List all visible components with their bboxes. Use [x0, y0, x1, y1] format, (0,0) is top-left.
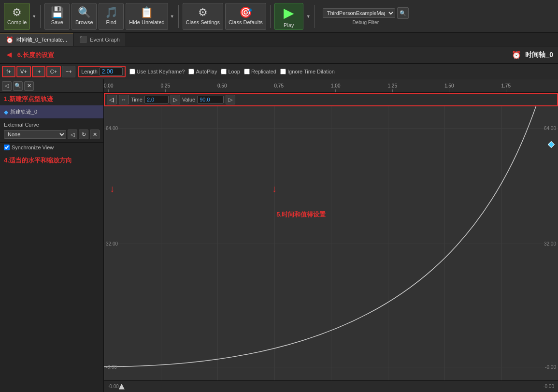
autoplay-group: AutoPlay: [188, 69, 217, 74]
toolbar-sep-4: [315, 5, 315, 28]
track-back-btn[interactable]: ◁: [2, 81, 12, 91]
add-event-btn[interactable]: !+: [32, 66, 45, 77]
sequencer-panel: ◄ 6.长度的设置 ⏰ 时间轴_0 f+ V+ !+ C+ ~+ Length …: [0, 46, 558, 392]
ext-curve-back-btn[interactable]: ◁: [68, 130, 77, 139]
tab-event-graph[interactable]: ⬛ Event Graph: [73, 33, 126, 46]
play-dropdown-icon[interactable]: ▼: [306, 14, 311, 19]
ruler-label-0: 0.00: [104, 83, 113, 88]
kf-pan-btn[interactable]: ↔: [119, 95, 129, 104]
add-float-btn[interactable]: f+: [2, 66, 15, 77]
find-label: Find: [106, 19, 116, 25]
y-label-0-left: -0.00: [106, 364, 117, 369]
scrubber-marker[interactable]: [119, 384, 125, 390]
ruler-label-5: 1.25: [388, 83, 397, 88]
sync-view-checkbox[interactable]: [4, 145, 10, 150]
hide-unrelated-dropdown-icon[interactable]: ▼: [170, 14, 174, 19]
y-label-32-right: 32.00: [544, 241, 556, 246]
debug-search-button[interactable]: 🔍: [397, 7, 409, 19]
save-button[interactable]: 💾 Save: [44, 3, 70, 30]
play-label: Play: [284, 22, 294, 28]
ruler-tick-6: [449, 89, 449, 92]
annotation-5: 5.时间和值得设置: [276, 210, 326, 219]
keyframe-toolbar: ◁| ↔ Time ▷ Value ▷: [104, 93, 558, 106]
y-label-32-left: 32.00: [106, 241, 118, 246]
ruler-tick-3: [279, 89, 279, 92]
kf-time-input[interactable]: [144, 96, 169, 103]
replicated-checkbox[interactable]: [244, 69, 250, 74]
annotation-arrow-down-left: ↓: [110, 183, 114, 194]
hide-unrelated-button[interactable]: 📋 Hide Unrelated: [126, 3, 168, 30]
ruler-mark-4: 1.00: [331, 83, 340, 92]
kf-value-input[interactable]: [197, 96, 224, 103]
timeline-tab-label: 时间轴_0_Template...: [16, 36, 67, 44]
class-defaults-button[interactable]: 🎯 Class Defaults: [225, 3, 266, 30]
add-vector-btn[interactable]: V+: [16, 66, 31, 77]
curve-graph[interactable]: 64.00 32.00 -0.00 64.00 32.00 -0.00 5.时间…: [104, 106, 558, 380]
length-input[interactable]: [100, 67, 123, 76]
ignore-time-dilation-group: Ignore Time Dilation: [280, 69, 335, 74]
hide-unrelated-label: Hide Unrelated: [129, 19, 164, 25]
event-graph-tab-icon: ⬛: [79, 36, 87, 43]
time-ruler: 0.000.250.500.751.001.251.501.752.00: [104, 79, 558, 93]
sync-view-label: Synchronize View: [12, 145, 54, 150]
ruler-label-3: 0.75: [274, 83, 284, 88]
track-list-panel: ◁ 🔍 ✕ 1.新建浮点型轨迹 ◆ 新建轨迹_0 External Curve …: [0, 79, 104, 392]
clock-icon: ⏰: [512, 50, 521, 59]
autoplay-checkbox[interactable]: [188, 69, 194, 74]
ignore-time-dilation-checkbox[interactable]: [280, 69, 286, 74]
ruler-tick-0: [108, 89, 109, 92]
save-icon: 💾: [51, 7, 64, 18]
loop-label: Loop: [228, 69, 240, 74]
track-toolbar: ◁ 🔍 ✕: [0, 79, 103, 93]
kf-prev-btn[interactable]: ◁|: [107, 95, 117, 104]
kf-val-expand-btn[interactable]: ▷: [226, 95, 235, 104]
kf-value-label: Value: [182, 97, 195, 102]
annotation-arrow-down-right: ↓: [272, 183, 277, 194]
autoplay-label: AutoPlay: [196, 69, 217, 74]
add-other-btn[interactable]: ~+: [62, 66, 75, 77]
track-name: 新建轨迹_0: [10, 108, 37, 116]
ruler-mark-3: 0.75: [274, 83, 284, 92]
ruler-tick-1: [165, 89, 166, 92]
track-icon: ◆: [4, 109, 8, 116]
y-label-64-right: 64.00: [544, 126, 556, 131]
loop-checkbox[interactable]: [221, 69, 227, 74]
find-button[interactable]: 🎵 Find: [99, 3, 124, 30]
replicated-label: Replicated: [251, 69, 276, 74]
main-toolbar: ⚙ Compile ▼ 💾 Save 🔍 Browse 🎵 Find 📋 Hid…: [0, 0, 558, 33]
tab-bar: ⏰ 时间轴_0_Template... ⬛ Event Graph: [0, 33, 558, 46]
compile-button[interactable]: ⚙ Compile: [4, 3, 30, 30]
debug-filter-select[interactable]: ThirdPersonExampleMap5: [323, 8, 395, 18]
external-curve-section: External Curve None ◁ ↻ ✕: [0, 119, 103, 143]
toolbar-sep-3: [270, 5, 271, 28]
add-color-btn[interactable]: C+: [46, 66, 61, 77]
use-last-keyframe-label: Use Last Keyframe?: [137, 69, 185, 74]
external-curve-select[interactable]: None: [4, 130, 66, 139]
track-close-btn[interactable]: ✕: [24, 81, 34, 91]
ruler-label-2: 0.50: [217, 83, 227, 88]
annotation-1: 1.新建浮点型轨迹: [0, 93, 103, 105]
browse-button[interactable]: 🔍 Browse: [72, 3, 97, 30]
ext-curve-refresh-btn[interactable]: ↻: [79, 130, 88, 139]
ruler-label-6: 1.50: [444, 83, 454, 88]
class-defaults-icon: 🎯: [239, 7, 252, 18]
kf-time-expand-btn[interactable]: ▷: [171, 95, 180, 104]
sequencer-toolbar: f+ V+ !+ C+ ~+ Length Use Last Keyframe?…: [0, 64, 558, 79]
ext-curve-clear-btn[interactable]: ✕: [90, 130, 100, 139]
save-label: Save: [51, 19, 63, 25]
track-item-float[interactable]: ◆ 新建轨迹_0: [0, 105, 103, 119]
class-settings-button[interactable]: ⚙ Class Settings: [183, 3, 223, 30]
timeline-panel: 0.000.250.500.751.001.251.501.752.00 ◁| …: [104, 79, 558, 392]
compile-dropdown-icon[interactable]: ▼: [32, 14, 36, 19]
ruler-mark-0: 0.00: [104, 83, 113, 92]
bottom-val-left: -0.00: [108, 384, 119, 389]
replicated-group: Replicated: [244, 69, 276, 74]
play-button[interactable]: ▶ Play: [274, 3, 303, 30]
y-label-64-left: 64.00: [106, 126, 118, 131]
tab-timeline[interactable]: ⏰ 时间轴_0_Template...: [0, 33, 73, 46]
toolbar-sep-2: [178, 5, 179, 28]
annotation-text-6: 6.长度的设置: [17, 51, 54, 59]
track-search-btn[interactable]: 🔍: [13, 81, 23, 91]
use-last-keyframe-checkbox[interactable]: [129, 69, 135, 74]
ruler-tick-4: [335, 89, 336, 92]
